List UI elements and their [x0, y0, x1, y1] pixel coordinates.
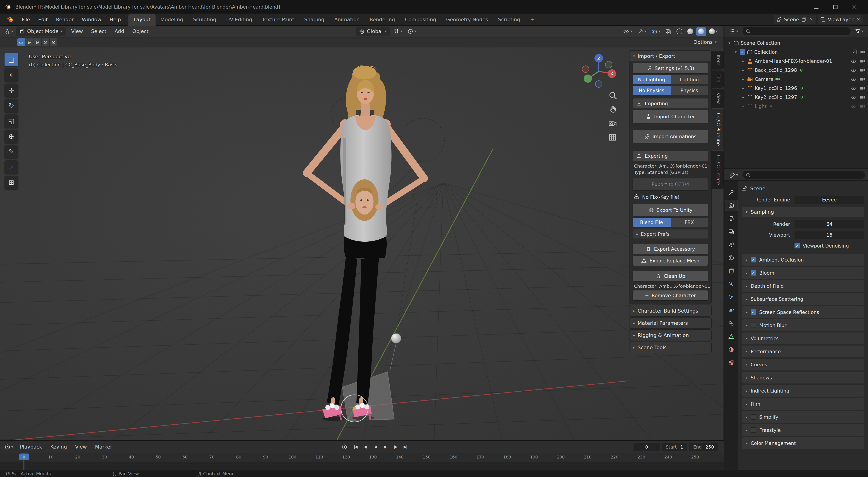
view-layer-properties-tab[interactable] [725, 226, 737, 237]
jump-to-start-button[interactable]: |◀ [350, 443, 361, 451]
physics-option[interactable]: Physics [671, 86, 708, 95]
jump-to-next-keyframe-button[interactable]: |▶ [390, 443, 400, 451]
properties-section-motion-blur[interactable]: ▸Motion Blur [742, 319, 864, 331]
export-prefs-panel[interactable]: ▸Export Prefs [632, 230, 708, 238]
properties-section-indirect-lighting[interactable]: ▸Indirect Lighting [742, 385, 864, 397]
render-properties-tab[interactable] [725, 200, 737, 211]
hide-in-viewport-icon[interactable] [850, 76, 857, 82]
exclude-checkbox-icon[interactable] [851, 49, 857, 55]
shading-rendered-button[interactable]: ▾ [707, 27, 719, 36]
snap-toggle[interactable]: ▾ [392, 27, 404, 36]
properties-search[interactable] [743, 171, 865, 179]
texture-properties-tab[interactable] [725, 357, 737, 368]
object-properties-tab[interactable] [725, 266, 737, 276]
export-replace-mesh-button[interactable]: Export Replace Mesh [632, 255, 708, 266]
hide-in-viewport-icon[interactable] [850, 103, 857, 109]
close-button[interactable] [845, 0, 864, 13]
physics-properties-tab[interactable] [725, 305, 737, 316]
properties-section-screen-space-reflections[interactable]: ▸✓Screen Space Reflections [742, 306, 864, 318]
workspace-tab-compositing[interactable]: Compositing [400, 13, 441, 26]
rotate-tool[interactable]: ↻ [4, 99, 18, 112]
export-to-unity-button[interactable]: Export To Unity [632, 204, 708, 216]
properties-section-volumetrics[interactable]: ▸Volumetrics [742, 333, 864, 344]
ambient-occlusion-checkbox[interactable]: ✓ [751, 257, 756, 263]
outliner-row-light[interactable]: ▸Light [724, 102, 868, 111]
output-properties-tab[interactable] [725, 213, 737, 224]
panel-section-scene-tools[interactable]: ▸Scene Tools [629, 342, 711, 353]
workspace-tab-sculpting[interactable]: Sculpting [188, 13, 221, 26]
camera-view-icon[interactable] [608, 118, 618, 128]
annotate-tool[interactable]: ✎ [4, 145, 18, 159]
unlink-scene-icon[interactable]: ✕ [809, 17, 813, 22]
outliner-row-key2-cc3iid-1297[interactable]: ▸Key2_cc3iid_1297 [724, 93, 868, 102]
zoom-icon[interactable] [608, 90, 618, 100]
play-reverse-button[interactable]: ◀ [370, 443, 380, 451]
current-frame-field[interactable]: 0 [633, 443, 660, 451]
editor-type-button[interactable]: ▾ [2, 27, 15, 36]
play-button[interactable]: ▶ [380, 443, 390, 451]
menu-view[interactable]: View [67, 26, 87, 37]
properties-section-performance[interactable]: ▸Performance [742, 346, 864, 357]
frame-start-field[interactable]: Start 1 [661, 443, 687, 451]
outliner-row-amber-heard-fbx-for-blender-01[interactable]: ▸Amber-Heard-FBX-for-blender-01 [724, 57, 868, 66]
menu-playback[interactable]: Playback [16, 441, 46, 453]
outliner-row-scene-collection[interactable]: ▾ Scene Collection [724, 38, 868, 47]
sphere-object[interactable] [391, 333, 401, 343]
npanel-tab-view[interactable]: View [711, 89, 723, 108]
timeline-editor-type-button[interactable]: ▾ [3, 442, 15, 451]
simplify-checkbox[interactable] [751, 414, 756, 420]
remove-character-button[interactable]: − Remove Character [632, 291, 708, 300]
show-overlays-toggle[interactable]: ▾ [649, 27, 662, 36]
outliner-row-camera[interactable]: ▸Camera [724, 74, 868, 83]
menu-help[interactable]: Help [105, 13, 125, 26]
transform-tool[interactable]: ⊕ [4, 130, 18, 143]
export-to-cc34-button[interactable]: Export to CC3/4 [632, 178, 708, 190]
export-accessory-button[interactable]: Export Accessory [632, 244, 708, 254]
cursor-tool[interactable]: ⌖ [4, 68, 18, 82]
outliner-filter-button[interactable]: ▾ [853, 27, 865, 36]
properties-section-depth-of-field[interactable]: ▸Depth of Field [742, 280, 864, 292]
outliner-search[interactable] [743, 27, 850, 35]
menu-file[interactable]: File [18, 13, 34, 26]
workspace-tab-texture-paint[interactable]: Texture Paint [257, 13, 299, 26]
playhead-chip[interactable]: 0 [19, 453, 29, 460]
import-character-button[interactable]: Import Character [632, 110, 708, 123]
viewport-denoising-checkbox[interactable]: ✓ [795, 243, 800, 248]
move-tool[interactable]: ✛ [4, 83, 18, 97]
workspace-tab-geometry-nodes[interactable]: Geometry Nodes [441, 13, 493, 26]
disable-in-renders-icon[interactable] [860, 67, 866, 73]
disable-in-renders-icon[interactable] [860, 103, 866, 109]
gizmo-y-axis[interactable] [584, 74, 592, 83]
properties-section-film[interactable]: ▸Film [742, 398, 864, 410]
add-cube-tool[interactable]: ⊞ [4, 176, 18, 189]
gizmo-minus-z-axis[interactable] [595, 81, 602, 88]
sampling-viewport-field[interactable]: 16 [795, 231, 864, 239]
fbx-option[interactable]: FBX [671, 218, 708, 227]
options-dropdown[interactable]: Options ▾ [690, 38, 720, 47]
disable-in-renders-icon[interactable] [860, 58, 866, 64]
npanel-tab-cc-ic-create[interactable]: CC/iC Create [711, 151, 723, 189]
npanel-tab-tool[interactable]: Tool [711, 70, 723, 88]
constraints-properties-tab[interactable] [725, 318, 737, 329]
menu-edit[interactable]: Edit [34, 13, 52, 26]
no-physics-option[interactable]: No Physics [632, 86, 671, 95]
bloom-checkbox[interactable]: ✓ [751, 270, 756, 276]
select-mode-set[interactable]: ▭ [17, 38, 25, 46]
select-mode-intersect[interactable]: ⊗ [50, 38, 58, 46]
properties-section-bloom[interactable]: ▸✓Bloom [742, 267, 864, 279]
blend-file-option[interactable]: Blend File [632, 218, 671, 227]
view-layer-selector[interactable]: ViewLayer ✕ [817, 15, 863, 24]
add-workspace-button[interactable]: + [525, 13, 539, 26]
outliner-search-input[interactable] [753, 29, 847, 34]
blender-app-menu[interactable] [3, 13, 18, 26]
hide-in-viewport-icon[interactable] [850, 85, 857, 91]
outliner-row-key1-cc3iid-1296[interactable]: ▸Key1_cc3iid_1296 [724, 83, 868, 93]
workspace-tab-animation[interactable]: Animation [330, 13, 365, 26]
screen-space-reflections-checkbox[interactable]: ✓ [751, 309, 756, 315]
panel-section-character-build-settings[interactable]: ▸Character Build Settings [629, 305, 711, 316]
exporting-subheader[interactable]: Exporting [632, 151, 708, 161]
outliner-row-back-cc3iid-1298[interactable]: ▸Back_cc3iid_1298 [724, 66, 868, 74]
scene-properties-tab[interactable] [725, 239, 737, 250]
motion-blur-checkbox[interactable] [751, 322, 756, 328]
outliner-row-collection[interactable]: ▾ ✓ Collection [724, 47, 868, 57]
